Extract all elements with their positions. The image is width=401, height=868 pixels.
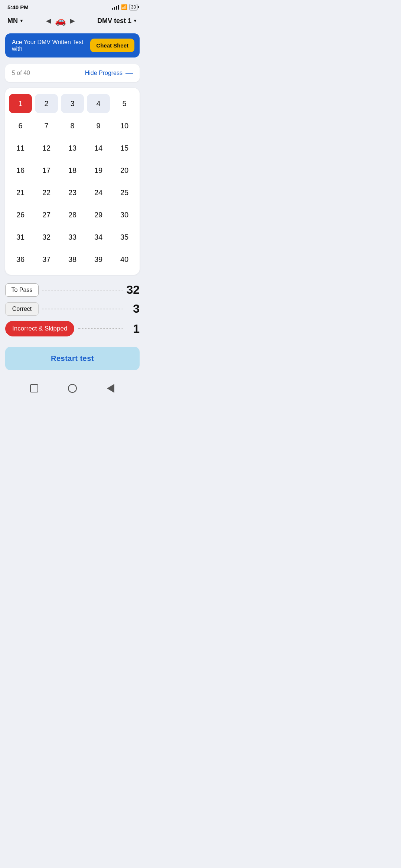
to-pass-dots xyxy=(42,290,123,290)
hide-progress-button[interactable]: Hide Progress — xyxy=(85,69,133,77)
grid-cell[interactable]: 22 xyxy=(35,183,58,202)
grid-cell[interactable]: 2 xyxy=(35,94,58,113)
bottom-nav xyxy=(0,378,145,401)
battery-level: 33 xyxy=(131,4,136,10)
grid-cell[interactable]: 27 xyxy=(35,205,58,224)
hide-progress-dash-icon: — xyxy=(125,69,133,77)
correct-value: 3 xyxy=(126,302,140,316)
grid-cell[interactable]: 37 xyxy=(35,250,58,269)
restart-button[interactable]: Restart test xyxy=(5,347,140,370)
grid-numbers: 1234567891011121314151617181920212223242… xyxy=(9,94,136,269)
correct-badge: Correct xyxy=(5,302,39,316)
status-icons: 📶 33 xyxy=(112,4,137,10)
to-pass-badge: To Pass xyxy=(5,283,39,297)
to-pass-value: 32 xyxy=(126,283,140,297)
grid-cell[interactable]: 7 xyxy=(35,116,58,135)
incorrect-row: Incorrect & Skipped 1 xyxy=(5,321,140,336)
state-label: MN xyxy=(7,17,18,25)
restart-button-wrap: Restart test xyxy=(5,347,140,370)
car-navigation: ◀ 🚗 ▶ xyxy=(46,16,75,26)
grid-cell[interactable]: 15 xyxy=(113,138,136,158)
grid-cell[interactable]: 30 xyxy=(113,205,136,224)
grid-cell[interactable]: 23 xyxy=(61,183,84,202)
grid-cell[interactable]: 26 xyxy=(9,205,32,224)
grid-cell[interactable]: 28 xyxy=(61,205,84,224)
grid-cell[interactable]: 34 xyxy=(87,227,110,247)
test-label: DMV test 1 xyxy=(97,17,131,25)
grid-cell[interactable]: 40 xyxy=(113,250,136,269)
progress-row: 5 of 40 Hide Progress — xyxy=(5,64,140,82)
grid-cell[interactable]: 29 xyxy=(87,205,110,224)
grid-cell[interactable]: 8 xyxy=(61,116,84,135)
cheat-sheet-button[interactable]: Cheat Sheet xyxy=(90,39,134,52)
signal-icon xyxy=(112,4,119,10)
grid-cell[interactable]: 25 xyxy=(113,183,136,202)
state-chevron-icon: ▼ xyxy=(19,18,24,23)
triangle-icon xyxy=(107,384,114,393)
grid-cell[interactable]: 4 xyxy=(87,94,110,113)
grid-cell[interactable]: 5 xyxy=(113,94,136,113)
test-chevron-icon: ▼ xyxy=(133,18,137,23)
correct-dots xyxy=(42,309,123,309)
grid-cell[interactable]: 36 xyxy=(9,250,32,269)
grid-cell[interactable]: 32 xyxy=(35,227,58,247)
grid-cell[interactable]: 17 xyxy=(35,161,58,180)
circle-icon xyxy=(68,384,77,393)
grid-cell[interactable]: 31 xyxy=(9,227,32,247)
grid-cell[interactable]: 14 xyxy=(87,138,110,158)
grid-cell[interactable]: 38 xyxy=(61,250,84,269)
battery-icon: 33 xyxy=(130,4,137,10)
progress-label: 5 of 40 xyxy=(12,70,30,76)
status-time: 5:40 PM xyxy=(7,4,29,10)
grid-cell[interactable]: 21 xyxy=(9,183,32,202)
grid-cell[interactable]: 39 xyxy=(87,250,110,269)
grid-cell[interactable]: 33 xyxy=(61,227,84,247)
top-nav: MN ▼ ◀ 🚗 ▶ DMV test 1 ▼ xyxy=(0,13,145,30)
grid-cell[interactable]: 12 xyxy=(35,138,58,158)
incorrect-value: 1 xyxy=(126,322,140,336)
next-arrow-icon[interactable]: ▶ xyxy=(70,17,75,25)
square-icon xyxy=(30,384,38,392)
grid-cell[interactable]: 10 xyxy=(113,116,136,135)
hide-progress-label: Hide Progress xyxy=(85,70,123,76)
grid-cell[interactable]: 20 xyxy=(113,161,136,180)
recent-apps-button[interactable] xyxy=(106,384,115,393)
home-button[interactable] xyxy=(29,384,39,393)
prev-arrow-icon[interactable]: ◀ xyxy=(46,17,51,25)
incorrect-dots xyxy=(78,328,123,329)
correct-row: Correct 3 xyxy=(5,302,140,316)
promo-banner: Ace Your DMV Written Test with Cheat She… xyxy=(5,33,140,57)
grid-cell[interactable]: 6 xyxy=(9,116,32,135)
grid-cell[interactable]: 13 xyxy=(61,138,84,158)
grid-cell[interactable]: 11 xyxy=(9,138,32,158)
to-pass-row: To Pass 32 xyxy=(5,283,140,297)
grid-cell[interactable]: 19 xyxy=(87,161,110,180)
back-button[interactable] xyxy=(68,384,77,393)
incorrect-badge: Incorrect & Skipped xyxy=(5,321,74,336)
wifi-icon: 📶 xyxy=(121,4,127,10)
grid-cell[interactable]: 1 xyxy=(9,94,32,113)
question-grid: 1234567891011121314151617181920212223242… xyxy=(5,88,140,275)
stats-section: To Pass 32 Correct 3 Incorrect & Skipped… xyxy=(5,283,140,336)
grid-cell[interactable]: 9 xyxy=(87,116,110,135)
test-selector[interactable]: DMV test 1 ▼ xyxy=(97,17,137,25)
grid-cell[interactable]: 16 xyxy=(9,161,32,180)
car-icon: 🚗 xyxy=(55,16,66,26)
status-bar: 5:40 PM 📶 33 xyxy=(0,0,145,13)
grid-cell[interactable]: 35 xyxy=(113,227,136,247)
grid-cell[interactable]: 24 xyxy=(87,183,110,202)
grid-cell[interactable]: 3 xyxy=(61,94,84,113)
state-selector[interactable]: MN ▼ xyxy=(7,17,24,25)
grid-cell[interactable]: 18 xyxy=(61,161,84,180)
banner-text: Ace Your DMV Written Test with xyxy=(12,39,90,52)
